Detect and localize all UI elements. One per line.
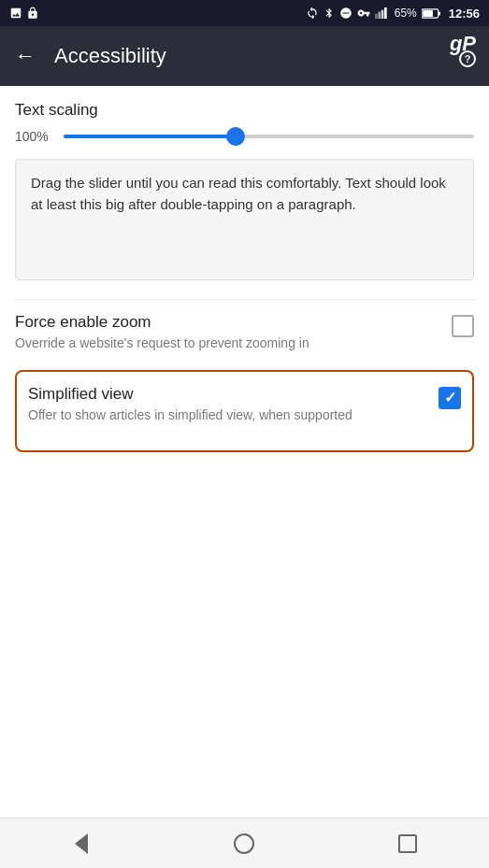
simplified-view-control[interactable]: ✓ xyxy=(439,387,461,409)
simplified-view-label: Simplified view xyxy=(28,385,427,404)
text-scaling-title: Text scaling xyxy=(15,101,474,120)
slider-container[interactable] xyxy=(64,127,474,146)
simplified-view-checkbox[interactable]: ✓ xyxy=(439,387,461,409)
force-enable-zoom-checkbox[interactable] xyxy=(452,315,474,337)
force-enable-zoom-label: Force enable zoom xyxy=(15,313,440,332)
home-nav-icon xyxy=(234,833,254,854)
svg-rect-7 xyxy=(438,11,439,15)
signal-icon xyxy=(375,7,390,20)
gp-logo: gP ? xyxy=(450,34,476,67)
svg-rect-2 xyxy=(375,14,378,19)
force-enable-zoom-item[interactable]: Force enable zoom Override a website's r… xyxy=(15,299,474,366)
svg-rect-8 xyxy=(423,10,433,17)
preview-box: Drag the slider until you can read this … xyxy=(15,159,474,280)
status-bar: 65% 12:56 xyxy=(0,0,489,26)
preview-text: Drag the slider until you can read this … xyxy=(31,175,446,212)
slider-row: 100% xyxy=(15,127,474,146)
content-area: Text scaling 100% Drag the slider until … xyxy=(0,86,489,818)
svg-rect-4 xyxy=(381,10,383,19)
back-button[interactable]: ← xyxy=(15,44,36,68)
home-nav-button[interactable] xyxy=(221,825,267,862)
simplified-view-section[interactable]: Simplified view Offer to show articles i… xyxy=(15,370,474,453)
recents-nav-button[interactable] xyxy=(384,825,431,862)
vpn-icon xyxy=(357,7,370,20)
simplified-view-item[interactable]: Simplified view Offer to show articles i… xyxy=(28,385,461,438)
text-scaling-section: Text scaling 100% Drag the slider until … xyxy=(15,101,474,280)
svg-rect-1 xyxy=(342,12,349,13)
svg-rect-3 xyxy=(378,12,381,19)
status-time: 12:56 xyxy=(449,7,480,21)
back-nav-icon xyxy=(75,833,88,854)
battery-percent: 65% xyxy=(395,7,417,20)
lock-icon xyxy=(26,7,39,20)
simplified-view-text: Simplified view Offer to show articles i… xyxy=(28,385,427,425)
battery-icon xyxy=(422,8,440,19)
dnd-icon xyxy=(339,7,352,20)
sync-icon xyxy=(306,7,319,20)
app-bar: ← Accessibility gP ? xyxy=(0,26,489,86)
page-title: Accessibility xyxy=(54,44,474,68)
simplified-view-desc: Offer to show articles in simplified vie… xyxy=(28,406,427,425)
help-icon[interactable]: ? xyxy=(459,50,476,67)
force-enable-zoom-text: Force enable zoom Override a website's r… xyxy=(15,313,440,353)
photo-icon xyxy=(9,7,22,20)
force-enable-zoom-desc: Override a website's request to prevent … xyxy=(15,334,440,353)
recents-nav-icon xyxy=(398,834,417,853)
force-enable-zoom-control[interactable] xyxy=(452,315,474,337)
back-nav-button[interactable] xyxy=(58,825,105,862)
svg-rect-5 xyxy=(384,7,387,19)
slider-value-label: 100% xyxy=(15,129,50,144)
bottom-nav xyxy=(0,818,489,868)
bluetooth-icon xyxy=(324,7,335,20)
